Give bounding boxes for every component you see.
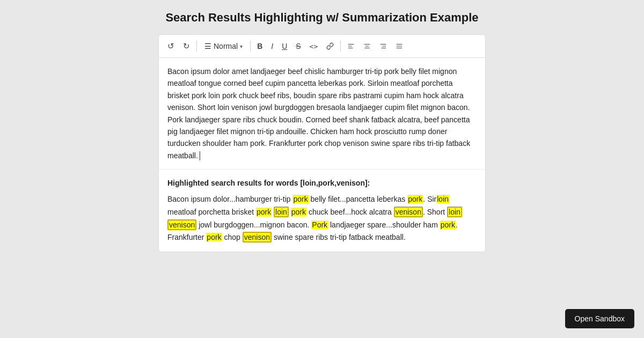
highlight-loin-1: loin [436, 195, 449, 203]
highlight-venison-2: venison [167, 219, 196, 230]
bold-button[interactable]: B [254, 40, 266, 53]
align-right-button[interactable] [376, 40, 390, 52]
highlight-pork-4: pork [291, 208, 306, 216]
italic-button[interactable]: I [268, 40, 276, 53]
open-sandbox-button[interactable]: Open Sandbox [565, 309, 634, 328]
highlight-pork-6: pork [440, 221, 456, 229]
highlight-loin-2: loin [274, 207, 289, 217]
highlight-loin-3: loin [447, 207, 462, 217]
chevron-down-icon: ▾ [240, 43, 243, 49]
align-left-button[interactable] [344, 40, 358, 52]
editor-container: ↺ ↻ ☰ Normal ▾ B I U S <> [158, 34, 486, 252]
highlight-venison-1: venison [394, 207, 423, 217]
highlight-pork-2: pork [407, 195, 423, 203]
highlight-venison-3: venison [243, 232, 272, 243]
code-button[interactable]: <> [306, 40, 321, 53]
divider-2 [250, 41, 251, 52]
highlight-pork-5: Pork [311, 221, 328, 229]
style-select[interactable]: ☰ Normal ▾ [200, 40, 247, 53]
highlight-pork-7: pork [206, 233, 222, 241]
search-results-area: Highlighted search results for words [lo… [159, 170, 485, 252]
strikethrough-button[interactable]: S [292, 40, 304, 53]
divider-3 [340, 41, 341, 52]
results-text: Bacon ipsum dolor...hamburger tri-tip po… [167, 193, 477, 244]
redo-button[interactable]: ↻ [180, 39, 193, 53]
page-title: Search Results Highlighting w/ Summariza… [165, 11, 478, 25]
align-center-button[interactable] [360, 40, 374, 52]
divider-1 [196, 41, 197, 52]
underline-button[interactable]: U [279, 40, 290, 53]
style-label: Normal [214, 42, 238, 50]
highlight-pork-1: pork [292, 195, 308, 203]
undo-button[interactable]: ↺ [164, 39, 178, 53]
link-button[interactable] [323, 40, 337, 52]
highlight-pork-3: pork [256, 208, 272, 216]
results-heading: Highlighted search results for words [lo… [167, 177, 477, 190]
editor-text[interactable]: Bacon ipsum dolor amet landjaeger beef c… [159, 58, 485, 170]
toolbar: ↺ ↻ ☰ Normal ▾ B I U S <> [159, 35, 485, 58]
editor-paragraph: Bacon ipsum dolor amet landjaeger beef c… [167, 65, 477, 161]
paragraph-icon: ☰ [204, 42, 211, 50]
align-justify-button[interactable] [392, 40, 406, 52]
